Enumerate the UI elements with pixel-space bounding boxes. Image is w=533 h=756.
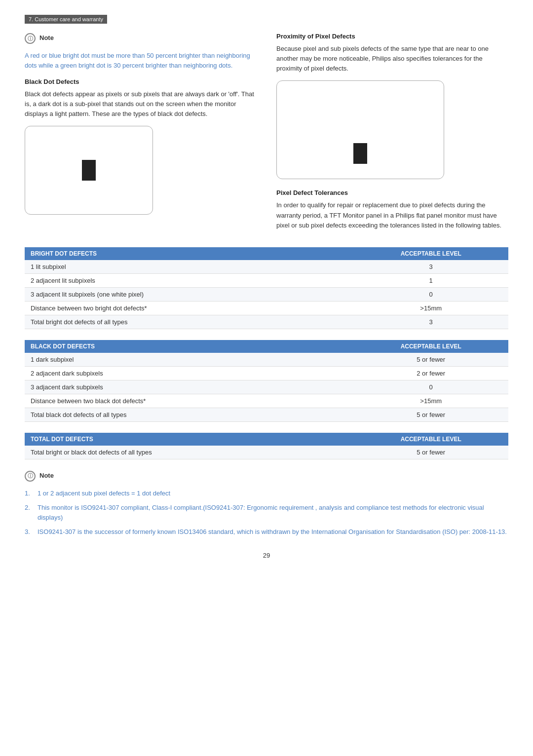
total-dot-header-col1: TOTAL DOT DEFECTS (25, 433, 353, 446)
note-text-2: This monitor is ISO9241-307 compliant, C… (38, 503, 508, 522)
black-dot-row-3: 3 adjacent dark subpixels 0 (25, 380, 508, 394)
bright-row2-defect: 2 adjacent lit subpixels (25, 273, 353, 287)
black-dot-header-col1: BLACK DOT DEFECTS (25, 340, 353, 353)
right-column: Proximity of Pixel Defects Because pixel… (276, 33, 508, 237)
bright-dot-header-col2: ACCEPTABLE LEVEL (353, 247, 508, 260)
black-row1-level: 5 or fewer (353, 353, 508, 367)
black-dot-row-1: 1 dark subpixel 5 or fewer (25, 353, 508, 367)
black-row4-level: >15mm (353, 394, 508, 408)
note-label-left: Note (39, 33, 54, 43)
bright-dot-row-4: Distance between two bright dot defects*… (25, 301, 508, 315)
proximity-body: Because pixel and sub pixels defects of … (276, 44, 508, 74)
black-row2-level: 2 or fewer (353, 366, 508, 380)
note-text-3: ISO9241-307 is the successor of formerly… (38, 527, 507, 537)
black-dot-body: Black dot defects appear as pixels or su… (25, 89, 257, 119)
bright-dot-table: BRIGHT DOT DEFECTS ACCEPTABLE LEVEL 1 li… (25, 247, 508, 329)
bright-row2-level: 1 (353, 273, 508, 287)
dark-square-left (82, 160, 96, 181)
bright-row4-defect: Distance between two bright dot defects* (25, 301, 353, 315)
page: 7. Customer care and warranty ⓘ Note A r… (0, 0, 533, 756)
bottom-note-icon: ⓘ (25, 471, 36, 482)
bright-row1-defect: 1 lit subpixel (25, 260, 353, 274)
note-list-item-3: 3. ISO9241-307 is the successor of forme… (25, 527, 508, 537)
bright-row3-defect: 3 adjacent lit subpixels (one white pixe… (25, 287, 353, 301)
black-dot-row-5: Total black dot defects of all types 5 o… (25, 408, 508, 421)
total-dot-table: TOTAL DOT DEFECTS ACCEPTABLE LEVEL Total… (25, 433, 508, 459)
note-list-item-1: 1. 1 or 2 adjacent sub pixel defects = 1… (25, 489, 508, 498)
pixel-defect-body: In order to qualify for repair or replac… (276, 200, 508, 230)
black-row3-defect: 3 adjacent dark subpixels (25, 380, 353, 394)
total-dot-header-row: TOTAL DOT DEFECTS ACCEPTABLE LEVEL (25, 433, 508, 446)
bottom-note-section: ⓘ Note 1. 1 or 2 adjacent sub pixel defe… (25, 470, 508, 537)
bright-row4-level: >15mm (353, 301, 508, 315)
black-dot-table: BLACK DOT DEFECTS ACCEPTABLE LEVEL 1 dar… (25, 340, 508, 422)
black-row2-defect: 2 adjacent dark subpixels (25, 366, 353, 380)
note-num-3: 3. (25, 527, 34, 537)
note-num-1: 1. (25, 489, 34, 498)
proximity-title: Proximity of Pixel Defects (276, 33, 508, 40)
bright-row3-level: 0 (353, 287, 508, 301)
black-dot-row-4: Distance between two black dot defects* … (25, 394, 508, 408)
dark-square-right (353, 143, 367, 164)
bright-dot-row-1: 1 lit subpixel 3 (25, 260, 508, 274)
note-icon: ⓘ (25, 33, 36, 44)
bright-dot-row-2: 2 adjacent lit subpixels 1 (25, 273, 508, 287)
bright-dot-row-5: Total bright dot defects of all types 3 (25, 315, 508, 329)
black-dot-header-row: BLACK DOT DEFECTS ACCEPTABLE LEVEL (25, 340, 508, 353)
bright-row5-level: 3 (353, 315, 508, 329)
right-diagram (276, 80, 444, 179)
note-text-blue: A red or blue bright dot must be more th… (25, 51, 257, 70)
bottom-note-block: ⓘ Note (25, 470, 508, 482)
bright-dot-header-col1: BRIGHT DOT DEFECTS (25, 247, 353, 260)
note-list-item-2: 2. This monitor is ISO9241-307 compliant… (25, 503, 508, 522)
black-row1-defect: 1 dark subpixel (25, 353, 353, 367)
left-diagram (25, 126, 153, 215)
bright-dot-header-row: BRIGHT DOT DEFECTS ACCEPTABLE LEVEL (25, 247, 508, 260)
note-list: 1. 1 or 2 adjacent sub pixel defects = 1… (25, 489, 508, 537)
bottom-note-label: Note (39, 470, 54, 481)
pixel-defect-title: Pixel Defect Tolerances (276, 189, 508, 196)
total-row1-defect: Total bright or black dot defects of all… (25, 446, 353, 459)
black-row5-level: 5 or fewer (353, 408, 508, 421)
black-dot-header-col2: ACCEPTABLE LEVEL (353, 340, 508, 353)
black-row5-defect: Total black dot defects of all types (25, 408, 353, 421)
page-number: 29 (25, 552, 508, 559)
bright-dot-row-3: 3 adjacent lit subpixels (one white pixe… (25, 287, 508, 301)
two-column-layout: ⓘ Note A red or blue bright dot must be … (25, 33, 508, 237)
total-dot-row-1: Total bright or black dot defects of all… (25, 446, 508, 459)
section-header: 7. Customer care and warranty (25, 15, 107, 24)
black-dot-row-2: 2 adjacent dark subpixels 2 or fewer (25, 366, 508, 380)
total-row1-level: 5 or fewer (353, 446, 508, 459)
left-column: ⓘ Note A red or blue bright dot must be … (25, 33, 257, 237)
bright-row1-level: 3 (353, 260, 508, 274)
total-dot-header-col2: ACCEPTABLE LEVEL (353, 433, 508, 446)
black-dot-title: Black Dot Defects (25, 78, 257, 85)
note-num-2: 2. (25, 503, 34, 522)
bright-row5-defect: Total bright dot defects of all types (25, 315, 353, 329)
black-row4-defect: Distance between two black dot defects* (25, 394, 353, 408)
black-row3-level: 0 (353, 380, 508, 394)
note-block-top: ⓘ Note (25, 33, 257, 44)
note-text-1: 1 or 2 adjacent sub pixel defects = 1 do… (38, 489, 170, 498)
